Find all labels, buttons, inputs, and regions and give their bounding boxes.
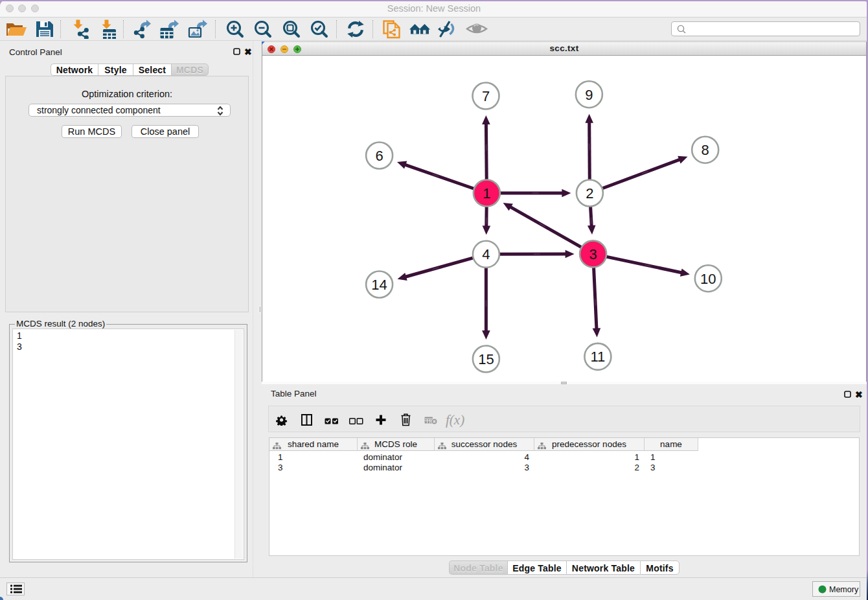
- svg-text:1: 1: [483, 185, 490, 202]
- svg-text:8: 8: [701, 142, 709, 158]
- svg-text:11: 11: [590, 349, 605, 365]
- svg-text:4: 4: [482, 246, 490, 262]
- svg-text:15: 15: [478, 351, 494, 367]
- svg-text:10: 10: [700, 270, 716, 286]
- svg-text:7: 7: [481, 88, 489, 104]
- svg-text:3: 3: [589, 246, 597, 262]
- svg-text:2: 2: [586, 185, 593, 202]
- svg-text:6: 6: [375, 148, 383, 164]
- svg-text:14: 14: [371, 277, 387, 293]
- svg-text:9: 9: [585, 86, 593, 102]
